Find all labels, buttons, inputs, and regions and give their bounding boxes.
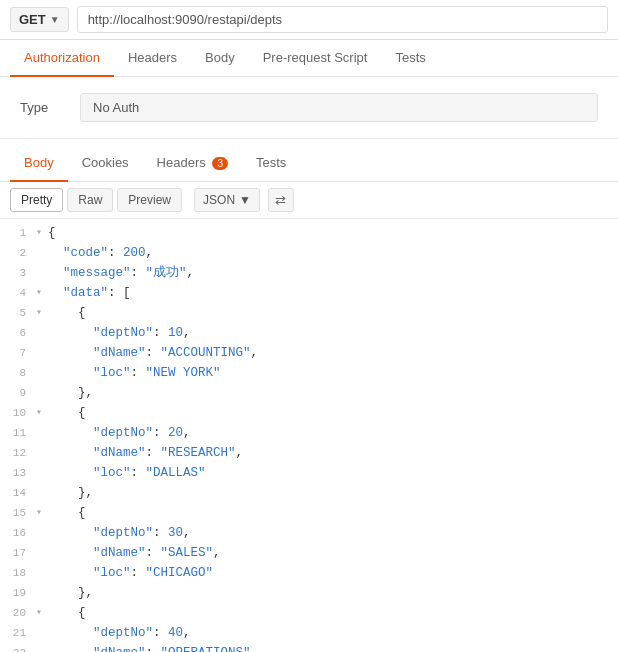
json-line: 9 }, (0, 383, 618, 403)
line-number: 15 (0, 503, 36, 523)
line-toggle[interactable]: ▾ (36, 403, 48, 423)
line-content: "dName": "ACCOUNTING", (48, 343, 618, 363)
line-number: 2 (0, 243, 36, 263)
response-tabs: Body Cookies Headers 3 Tests (0, 145, 618, 182)
json-line: 6 "deptNo": 10, (0, 323, 618, 343)
json-line: 4▾ "data": [ (0, 283, 618, 303)
json-line: 19 }, (0, 583, 618, 603)
json-line: 22 "dName": "OPERATIONS", (0, 643, 618, 652)
tab-pre-request-script[interactable]: Pre-request Script (249, 40, 382, 77)
tab-body[interactable]: Body (191, 40, 249, 77)
auth-section: Type No Auth (0, 77, 618, 139)
line-number: 16 (0, 523, 36, 543)
line-toggle[interactable]: ▾ (36, 603, 48, 623)
json-line: 14 }, (0, 483, 618, 503)
line-number: 11 (0, 423, 36, 443)
json-line: 16 "deptNo": 30, (0, 523, 618, 543)
wrap-icon[interactable]: ⇄ (268, 188, 294, 212)
top-bar: GET ▼ (0, 0, 618, 40)
line-number: 20 (0, 603, 36, 623)
line-toggle[interactable]: ▾ (36, 283, 48, 303)
json-line: 3 "message": "成功", (0, 263, 618, 283)
json-viewer: 1▾{2 "code": 200,3 "message": "成功",4▾ "d… (0, 219, 618, 652)
line-number: 22 (0, 643, 36, 652)
url-input[interactable] (77, 6, 608, 33)
auth-type-label: Type (20, 100, 60, 115)
line-content: { (48, 303, 618, 323)
json-line: 1▾{ (0, 223, 618, 243)
line-content: { (48, 223, 618, 243)
pretty-button[interactable]: Pretty (10, 188, 63, 212)
raw-button[interactable]: Raw (67, 188, 113, 212)
json-line: 10▾ { (0, 403, 618, 423)
line-toggle[interactable]: ▾ (36, 503, 48, 523)
line-content: "deptNo": 40, (48, 623, 618, 643)
method-chevron: ▼ (50, 14, 60, 25)
line-content: { (48, 503, 618, 523)
line-number: 4 (0, 283, 36, 303)
json-line: 8 "loc": "NEW YORK" (0, 363, 618, 383)
tab-headers[interactable]: Headers (114, 40, 191, 77)
tab-authorization[interactable]: Authorization (10, 40, 114, 77)
line-content: "code": 200, (48, 243, 618, 263)
line-content: "deptNo": 20, (48, 423, 618, 443)
line-content: "dName": "OPERATIONS", (48, 643, 618, 652)
format-select[interactable]: JSON ▼ (194, 188, 260, 212)
auth-value[interactable]: No Auth (80, 93, 598, 122)
json-line: 7 "dName": "ACCOUNTING", (0, 343, 618, 363)
line-number: 3 (0, 263, 36, 283)
json-line: 15▾ { (0, 503, 618, 523)
line-content: { (48, 603, 618, 623)
response-tab-tests[interactable]: Tests (242, 145, 300, 182)
request-tabs: Authorization Headers Body Pre-request S… (0, 40, 618, 77)
json-line: 2 "code": 200, (0, 243, 618, 263)
line-number: 10 (0, 403, 36, 423)
line-toggle[interactable]: ▾ (36, 303, 48, 323)
line-toggle[interactable]: ▾ (36, 223, 48, 243)
line-number: 9 (0, 383, 36, 403)
line-content: "loc": "CHICAGO" (48, 563, 618, 583)
line-content: { (48, 403, 618, 423)
response-tab-body[interactable]: Body (10, 145, 68, 182)
line-number: 1 (0, 223, 36, 243)
line-content: }, (48, 583, 618, 603)
json-line: 13 "loc": "DALLAS" (0, 463, 618, 483)
line-content: "loc": "DALLAS" (48, 463, 618, 483)
json-line: 11 "deptNo": 20, (0, 423, 618, 443)
line-number: 18 (0, 563, 36, 583)
format-chevron: ▼ (239, 193, 251, 207)
method-select[interactable]: GET ▼ (10, 7, 69, 32)
line-content: }, (48, 383, 618, 403)
line-number: 8 (0, 363, 36, 383)
line-content: "data": [ (48, 283, 618, 303)
line-number: 7 (0, 343, 36, 363)
line-content: "dName": "SALES", (48, 543, 618, 563)
line-number: 14 (0, 483, 36, 503)
line-content: }, (48, 483, 618, 503)
line-number: 19 (0, 583, 36, 603)
json-line: 17 "dName": "SALES", (0, 543, 618, 563)
line-content: "deptNo": 30, (48, 523, 618, 543)
response-tab-headers[interactable]: Headers 3 (143, 145, 242, 182)
response-tab-cookies[interactable]: Cookies (68, 145, 143, 182)
method-label: GET (19, 12, 46, 27)
line-content: "message": "成功", (48, 263, 618, 283)
line-number: 6 (0, 323, 36, 343)
headers-badge: 3 (212, 157, 228, 170)
json-line: 18 "loc": "CHICAGO" (0, 563, 618, 583)
line-number: 13 (0, 463, 36, 483)
line-content: "loc": "NEW YORK" (48, 363, 618, 383)
json-line: 5▾ { (0, 303, 618, 323)
format-select-label: JSON (203, 193, 235, 207)
format-bar: Pretty Raw Preview JSON ▼ ⇄ (0, 182, 618, 219)
line-number: 5 (0, 303, 36, 323)
json-line: 12 "dName": "RESEARCH", (0, 443, 618, 463)
line-content: "dName": "RESEARCH", (48, 443, 618, 463)
line-number: 21 (0, 623, 36, 643)
json-line: 20▾ { (0, 603, 618, 623)
json-line: 21 "deptNo": 40, (0, 623, 618, 643)
line-content: "deptNo": 10, (48, 323, 618, 343)
line-number: 17 (0, 543, 36, 563)
tab-tests[interactable]: Tests (381, 40, 439, 77)
preview-button[interactable]: Preview (117, 188, 182, 212)
